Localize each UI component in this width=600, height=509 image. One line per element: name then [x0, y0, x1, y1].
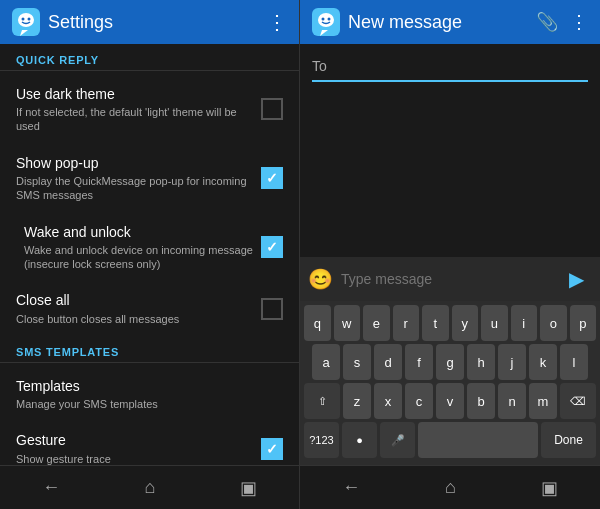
- setting-text-templates: Templates Manage your SMS templates: [16, 377, 283, 411]
- setting-title-gesture: Gesture: [16, 431, 261, 449]
- new-message-nav-bar: ← ⌂ ▣: [300, 465, 600, 509]
- to-label: To: [312, 58, 327, 74]
- setting-desc-popup: Display the QuickMessage pop-up for inco…: [16, 174, 261, 203]
- settings-title: Settings: [48, 12, 113, 33]
- svg-point-6: [322, 18, 325, 21]
- key-f[interactable]: f: [405, 344, 433, 380]
- key-o[interactable]: o: [540, 305, 567, 341]
- svg-point-1: [18, 13, 34, 27]
- settings-nav-bar: ← ⌂ ▣: [0, 465, 299, 509]
- setting-title-wake: Wake and unlock: [24, 223, 261, 241]
- key-numbers[interactable]: ?123: [304, 422, 339, 458]
- key-t[interactable]: t: [422, 305, 449, 341]
- key-s[interactable]: s: [343, 344, 371, 380]
- send-button[interactable]: ▶: [560, 263, 592, 295]
- key-y[interactable]: y: [452, 305, 479, 341]
- checkbox-close-all[interactable]: [261, 298, 283, 320]
- section-header-sms: SMS TEMPLATES: [0, 336, 299, 362]
- message-body-area[interactable]: [300, 90, 600, 257]
- to-field[interactable]: To: [312, 52, 588, 82]
- keyboard-row-4: ?123 ● 🎤 Done: [304, 422, 596, 458]
- setting-text-popup: Show pop-up Display the QuickMessage pop…: [16, 154, 261, 203]
- svg-point-7: [328, 18, 331, 21]
- setting-close-all[interactable]: Close all Close button closes all messag…: [0, 281, 299, 335]
- key-v[interactable]: v: [436, 383, 464, 419]
- nav-back-button[interactable]: ←: [42, 477, 60, 498]
- new-message-more-button[interactable]: ⋮: [570, 11, 588, 33]
- setting-text-close: Close all Close button closes all messag…: [16, 291, 261, 325]
- message-input[interactable]: [341, 271, 552, 287]
- setting-desc-templates: Manage your SMS templates: [16, 397, 283, 411]
- key-c[interactable]: c: [405, 383, 433, 419]
- keyboard-row-2: a s d f g h j k l: [304, 344, 596, 380]
- setting-title-dark-theme: Use dark theme: [16, 85, 261, 103]
- key-l[interactable]: l: [560, 344, 588, 380]
- key-d[interactable]: d: [374, 344, 402, 380]
- checkbox-wake-unlock[interactable]: [261, 236, 283, 258]
- new-message-header-left: New message: [312, 8, 462, 36]
- setting-gesture[interactable]: Gesture Show gesture trace: [0, 421, 299, 465]
- key-z[interactable]: z: [343, 383, 371, 419]
- checkbox-dark-theme[interactable]: [261, 98, 283, 120]
- section-sms-templates: SMS TEMPLATES Templates Manage your SMS …: [0, 336, 299, 465]
- settings-panel: Settings ⋮ QUICK REPLY Use dark theme If…: [0, 0, 300, 509]
- setting-desc-gesture: Show gesture trace: [16, 452, 261, 466]
- key-p[interactable]: p: [570, 305, 597, 341]
- keyboard-row-1: q w e r t y u i o p: [304, 305, 596, 341]
- svg-point-5: [318, 13, 334, 27]
- keyboard-row-3: ⇧ z x c v b n m ⌫: [304, 383, 596, 419]
- key-space[interactable]: [418, 422, 538, 458]
- key-e[interactable]: e: [363, 305, 390, 341]
- nav-recent-right[interactable]: ▣: [541, 477, 558, 499]
- settings-more-button[interactable]: ⋮: [267, 10, 287, 34]
- key-done[interactable]: Done: [541, 422, 596, 458]
- setting-text-gesture: Gesture Show gesture trace: [16, 431, 261, 465]
- section-divider: [0, 70, 299, 71]
- setting-wake-unlock[interactable]: Wake and unlock Wake and unlock device o…: [0, 213, 299, 282]
- key-u[interactable]: u: [481, 305, 508, 341]
- key-settings[interactable]: ●: [342, 422, 377, 458]
- keyboard: q w e r t y u i o p a s d f g h j k l ⇧ …: [300, 301, 600, 465]
- setting-title-popup: Show pop-up: [16, 154, 261, 172]
- new-message-header: New message 📎 ⋮: [300, 0, 600, 44]
- key-shift[interactable]: ⇧: [304, 383, 340, 419]
- settings-header-left: Settings: [12, 8, 113, 36]
- setting-desc-dark-theme: If not selected, the default 'light' the…: [16, 105, 261, 134]
- key-h[interactable]: h: [467, 344, 495, 380]
- emoji-button[interactable]: 😊: [308, 267, 333, 291]
- app-icon-right: [312, 8, 340, 36]
- setting-show-popup[interactable]: Show pop-up Display the QuickMessage pop…: [0, 144, 299, 213]
- svg-point-3: [28, 18, 31, 21]
- nav-back-right[interactable]: ←: [342, 477, 360, 498]
- key-m[interactable]: m: [529, 383, 557, 419]
- key-r[interactable]: r: [393, 305, 420, 341]
- key-backspace[interactable]: ⌫: [560, 383, 596, 419]
- nav-recent-button[interactable]: ▣: [240, 477, 257, 499]
- attach-icon[interactable]: 📎: [536, 11, 558, 33]
- key-mic[interactable]: 🎤: [380, 422, 415, 458]
- setting-use-dark-theme[interactable]: Use dark theme If not selected, the defa…: [0, 75, 299, 144]
- key-i[interactable]: i: [511, 305, 538, 341]
- nav-home-right[interactable]: ⌂: [445, 477, 456, 498]
- key-q[interactable]: q: [304, 305, 331, 341]
- key-w[interactable]: w: [334, 305, 361, 341]
- section-header-quick-reply: QUICK REPLY: [0, 44, 299, 70]
- nav-home-button[interactable]: ⌂: [145, 477, 156, 498]
- key-x[interactable]: x: [374, 383, 402, 419]
- setting-templates[interactable]: Templates Manage your SMS templates: [0, 367, 299, 421]
- key-b[interactable]: b: [467, 383, 495, 419]
- key-j[interactable]: j: [498, 344, 526, 380]
- key-n[interactable]: n: [498, 383, 526, 419]
- setting-desc-close: Close button closes all messages: [16, 312, 261, 326]
- checkbox-show-popup[interactable]: [261, 167, 283, 189]
- setting-text-wake: Wake and unlock Wake and unlock device o…: [24, 223, 261, 272]
- key-k[interactable]: k: [529, 344, 557, 380]
- key-a[interactable]: a: [312, 344, 340, 380]
- new-message-header-icons: 📎 ⋮: [536, 11, 588, 33]
- section-divider-2: [0, 362, 299, 363]
- checkbox-gesture[interactable]: [261, 438, 283, 460]
- new-message-title: New message: [348, 12, 462, 33]
- setting-title-close: Close all: [16, 291, 261, 309]
- settings-header: Settings ⋮: [0, 0, 299, 44]
- key-g[interactable]: g: [436, 344, 464, 380]
